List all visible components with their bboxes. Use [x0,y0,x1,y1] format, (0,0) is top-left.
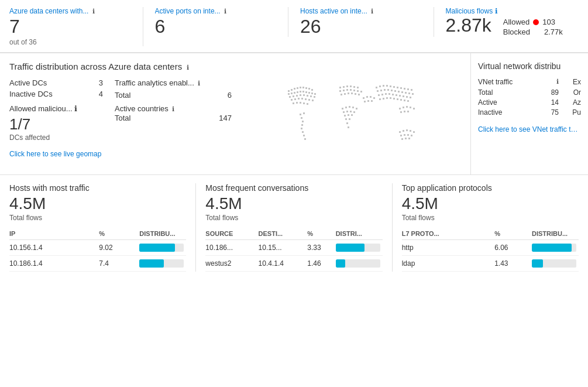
proto-bar-2 [532,255,579,271]
svg-rect-27 [291,99,293,101]
conversations-header-row: SOURCE DESTI... % DISTRI... [205,228,382,240]
svg-rect-19 [289,96,291,98]
allowed-malicious-label-row: Allowed maliciou... ℹ [9,104,103,113]
hosts-traffic-table: IP % DISTRIBU... 10.156.1.4 9.02 10.186.… [9,228,186,272]
svg-rect-102 [380,90,382,91]
conv-bar-2 [336,255,383,271]
svg-rect-58 [353,90,355,91]
active-ports-title[interactable]: Active ports on inte... ℹ [155,7,249,15]
allowed-blocked-section: Allowed 103 Blocked 2.77k [503,18,563,36]
traffic-mid-col: Traffic analytics enabl... ℹ Total 6 Act… [115,78,232,166]
svg-rect-139 [399,131,401,133]
svg-rect-11 [294,92,295,94]
svg-rect-149 [405,138,407,139]
svg-rect-112 [378,94,380,96]
svg-rect-40 [303,112,305,114]
allowed-malicious-block: Allowed maliciou... ℹ 1/7 DCs affected [9,104,103,142]
svg-rect-86 [373,97,375,99]
svg-rect-2 [294,88,295,90]
malicious-flows-metric: Malicious flows ℹ 2.87k Allowed 103 Bloc… [446,7,579,36]
conversations-value: 4.5M [205,194,382,214]
hosts-traffic-panel: Hosts with most traffic 4.5M Total flows… [0,183,196,272]
svg-rect-109 [405,92,407,94]
hosts-ip-2: 10.186.1.4 [9,255,99,271]
vnet-active-label: Active [478,98,537,107]
hosts-traffic-value: 4.5M [9,194,186,214]
hosts-traffic-sub: Total flows [9,214,186,222]
table-row: 10.186.1.4 7.4 [9,255,186,271]
table-row: 10.186... 10.15... 3.33 [205,239,382,255]
svg-rect-13 [300,91,301,93]
active-countries-label-row: Active countries ℹ [115,104,232,113]
svg-rect-84 [366,96,368,98]
svg-rect-145 [404,134,405,136]
virtual-network-title: Virtual network distribu [478,61,581,71]
svg-rect-87 [364,101,366,102]
azure-dc-sub: out of 36 [9,38,131,46]
hosts-th-ip: IP [9,228,99,240]
svg-rect-32 [308,99,310,101]
svg-rect-116 [392,94,394,95]
active-countries-label: Active countries [115,104,169,113]
stat-row-inactive-dcs: Inactive DCs 4 [9,90,103,98]
hosts-active-info-icon: ℹ [371,8,373,15]
hosts-active-title[interactable]: Hosts active on inte... ℹ [300,7,394,15]
hosts-active-value: 26 [300,16,422,37]
svg-rect-121 [410,97,411,98]
vnet-link[interactable]: Click here to see VNet traffic topol [478,125,581,133]
analytics-total-value: 6 [228,91,232,100]
svg-rect-124 [386,97,388,99]
vnet-row-active: Active 14 Az [478,98,581,107]
hosts-active-title-text: Hosts active on inte... [300,7,367,15]
vnet-row-total: Total 89 Or [478,88,581,97]
hosts-bar-2 [139,255,186,271]
table-row: 10.156.1.4 9.02 [9,239,186,255]
malicious-flows-title[interactable]: Malicious flows ℹ [446,7,568,15]
svg-rect-24 [307,95,308,97]
svg-rect-41 [301,117,302,119]
vnet-total-label: Total [478,88,537,97]
conversations-sub: Total flows [205,214,382,222]
hosts-bar-1 [139,239,186,255]
svg-rect-91 [379,85,381,87]
traffic-dist-content: Active DCs 3 Inactive DCs 4 Allowed mali… [9,78,461,166]
geomap-link[interactable]: Click here to see live geomap [9,150,101,158]
svg-rect-39 [300,114,301,115]
svg-rect-15 [305,91,307,93]
analytics-total-label: Total [115,91,130,100]
svg-rect-33 [312,100,314,101]
active-countries-info-icon: ℹ [172,105,174,112]
conv-source-1: 10.186... [205,239,258,255]
virtual-network-panel: Virtual network distribu VNet traffic ℹ … [471,53,588,174]
svg-rect-37 [303,102,305,104]
total-countries-value: 147 [219,114,232,122]
conversations-table: SOURCE DESTI... % DISTRI... 10.186... 10… [205,228,382,272]
svg-rect-133 [406,106,408,108]
conv-th-pct: % [307,228,335,240]
svg-rect-132 [403,107,404,108]
blocked-row: Blocked 2.77k [503,28,563,36]
svg-rect-53 [357,87,359,88]
svg-rect-146 [407,134,409,136]
blocked-count: 2.77k [544,28,563,36]
svg-rect-18 [314,93,316,95]
svg-rect-45 [302,131,304,133]
svg-rect-99 [407,88,409,90]
virtual-network-title-text: Virtual network distribu [478,61,561,71]
svg-rect-80 [349,118,350,120]
svg-rect-120 [406,96,408,98]
svg-rect-25 [310,95,312,97]
vnet-active-extra: Az [563,98,581,107]
azure-dc-title[interactable]: Azure data centers with... ℹ [9,7,103,15]
traffic-dist-title: Traffic distribution across Azure data c… [9,61,461,71]
svg-rect-135 [413,108,415,109]
svg-rect-16 [308,92,310,94]
azure-dc-title-text: Azure data centers with... [9,7,88,15]
total-countries-row: Total 147 [115,114,232,122]
svg-rect-66 [358,94,360,95]
svg-rect-38 [307,103,308,105]
svg-rect-118 [399,95,401,97]
svg-rect-143 [413,131,415,133]
svg-rect-55 [343,90,345,91]
svg-rect-114 [385,93,387,95]
